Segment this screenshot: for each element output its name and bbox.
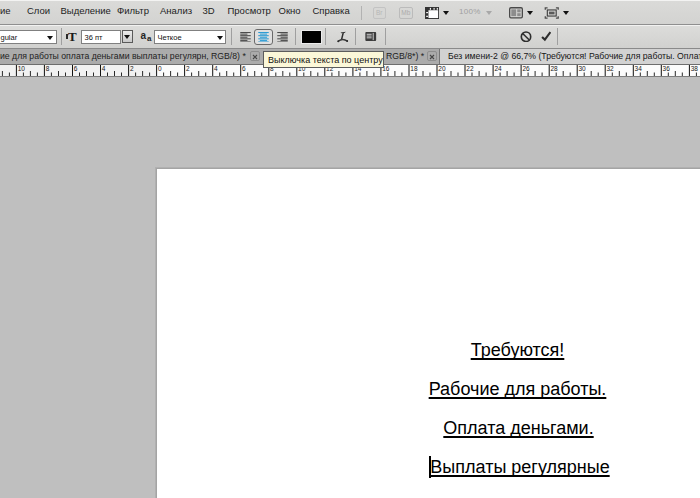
svg-text:2: 2: [186, 65, 190, 72]
svg-text:4: 4: [214, 65, 218, 72]
svg-text:8: 8: [46, 65, 50, 72]
svg-text:6: 6: [242, 65, 246, 72]
svg-text:18: 18: [410, 65, 418, 72]
svg-text:38: 38: [691, 65, 699, 72]
svg-text:4: 4: [102, 65, 106, 72]
svg-text:6: 6: [74, 65, 78, 72]
svg-text:26: 26: [522, 65, 530, 72]
svg-text:36: 36: [663, 65, 671, 72]
svg-text:24: 24: [494, 65, 502, 72]
svg-text:0: 0: [158, 65, 162, 72]
svg-text:20: 20: [438, 65, 446, 72]
svg-text:22: 22: [466, 65, 474, 72]
svg-text:32: 32: [607, 65, 615, 72]
svg-text:30: 30: [579, 65, 587, 72]
svg-text:10: 10: [18, 65, 26, 72]
svg-text:34: 34: [635, 65, 643, 72]
svg-text:28: 28: [551, 65, 559, 72]
svg-text:2: 2: [130, 65, 134, 72]
